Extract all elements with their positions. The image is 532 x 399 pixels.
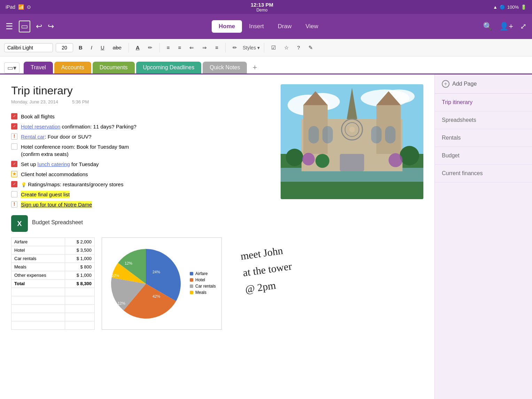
- ink-button[interactable]: ✏: [230, 43, 240, 52]
- tab-home[interactable]: Home: [212, 20, 242, 33]
- page-item-spreadsheets[interactable]: Spreadsheets: [435, 111, 532, 129]
- empty-cell: [65, 313, 94, 321]
- strikethrough-button[interactable]: abe: [110, 43, 124, 52]
- table-row: [11, 313, 95, 321]
- tab-add-notebook[interactable]: +: [248, 62, 261, 73]
- checkbox-2[interactable]: ✓: [11, 123, 17, 130]
- font-color-button[interactable]: A: [133, 43, 142, 52]
- indent-increase-button[interactable]: ⇒: [200, 43, 210, 52]
- numbered-list-button[interactable]: ≡: [175, 43, 184, 52]
- legend-item-meals: Meals: [190, 290, 216, 295]
- bluetooth-icon: 🔵: [500, 5, 505, 10]
- empty-cell: [11, 305, 65, 313]
- hotel-reservation-link[interactable]: Hotel reservation: [21, 124, 60, 130]
- legend-color-hotel: [190, 278, 193, 282]
- expand-icon[interactable]: ⤢: [520, 22, 526, 31]
- empty-cell: [11, 288, 65, 296]
- legend-color-car: [190, 284, 193, 288]
- tab-insert[interactable]: Insert: [242, 20, 271, 33]
- checkbox-6[interactable]: ★: [11, 171, 17, 177]
- budget-chart-area: 24% 42% 12% 10% 12% Airfare Hotel: [102, 237, 222, 330]
- tab-draw[interactable]: Draw: [271, 20, 299, 33]
- redo-button[interactable]: ↪: [48, 22, 54, 31]
- svg-rect-20: [340, 154, 364, 171]
- page-item-current-finances[interactable]: Current finances: [435, 165, 532, 182]
- sidebar-toggle-button[interactable]: ▭▾: [4, 62, 19, 73]
- table-row: Other expenses $ 1,000: [11, 271, 95, 280]
- empty-cell: [65, 321, 94, 330]
- legend-label: Meals: [195, 290, 206, 295]
- notebook-tabs: ▭▾ Travel Accounts Documents Upcoming De…: [0, 56, 532, 75]
- category-cell: Meals: [11, 263, 65, 271]
- chart-legend: Airfare Hotel Car rentals Meals: [190, 271, 216, 296]
- indent-decrease-button[interactable]: ⇐: [187, 43, 197, 52]
- styles-dropdown[interactable]: Styles ▾: [243, 45, 260, 50]
- empty-cell: [65, 288, 94, 296]
- excel-icon: X: [11, 215, 28, 232]
- svg-point-22: [400, 146, 419, 165]
- italic-button[interactable]: I: [88, 43, 95, 52]
- checklist-text: Hotel conference room: Book for Tuesday …: [21, 143, 129, 158]
- lunch-catering-link[interactable]: lunch catering: [38, 161, 70, 167]
- star-button[interactable]: ☆: [281, 43, 291, 52]
- checkbox-9[interactable]: !: [11, 201, 17, 208]
- checkbox-5[interactable]: ✓: [11, 161, 17, 167]
- wifi-icon: 📶: [18, 4, 24, 10]
- checkbox-7[interactable]: ✓: [11, 181, 17, 187]
- notebook-icon[interactable]: ▭: [19, 21, 30, 32]
- font-name-input[interactable]: [4, 43, 53, 52]
- legend-color-meals: [190, 291, 193, 294]
- highlight-button[interactable]: ✏: [145, 43, 155, 52]
- legend-label: Hotel: [195, 277, 205, 282]
- legend-item-airfare: Airfare: [190, 271, 216, 276]
- font-size-input[interactable]: [56, 43, 73, 52]
- rental-car-link[interactable]: Rental car: [21, 134, 45, 140]
- add-page-button[interactable]: + Add Page: [435, 75, 532, 94]
- tab-quick-notes[interactable]: Quick Notes: [203, 62, 247, 73]
- svg-rect-19: [385, 126, 396, 143]
- tab-upcoming-deadlines[interactable]: Upcoming Deadlines: [136, 62, 202, 73]
- handwriting-area: meet John at the tower @ 2pm: [236, 237, 333, 321]
- page-item-budget[interactable]: Budget: [435, 147, 532, 165]
- page-date: Monday, June 23, 2014: [11, 99, 58, 104]
- legend-label: Airfare: [195, 271, 208, 276]
- checkbox-1[interactable]: ✓: [11, 113, 17, 119]
- checkbox-button[interactable]: ☑: [268, 43, 279, 52]
- undo-button[interactable]: ↩: [36, 22, 42, 31]
- person-add-icon[interactable]: 👤+: [499, 22, 513, 31]
- underline-button[interactable]: U: [98, 43, 107, 52]
- menu-icon[interactable]: ☰: [6, 22, 13, 31]
- page-item-label: Budget: [442, 152, 460, 158]
- table-row: [11, 321, 95, 330]
- budget-section: Airfare $ 2,000 Hotel $ 3,500 Car rental…: [11, 237, 423, 330]
- status-left: iPad 📶 ⊙: [6, 4, 31, 10]
- page-item-trip-itinerary[interactable]: Trip itinerary: [435, 94, 532, 111]
- status-center: 12:13 PM Demo: [31, 2, 493, 13]
- bold-button[interactable]: B: [76, 43, 85, 52]
- empty-cell: [65, 305, 94, 313]
- align-button[interactable]: ≡: [212, 43, 221, 52]
- spreadsheet-section: X Budget Spreadsheet: [11, 215, 423, 232]
- chart-label-hotel: 42%: [152, 294, 160, 298]
- draw-ink-button[interactable]: ✎: [306, 43, 316, 52]
- tab-view[interactable]: View: [299, 20, 326, 33]
- checkbox-3[interactable]: !: [11, 133, 17, 140]
- divider-4: [264, 43, 264, 53]
- legend-label: Car rentals: [195, 284, 216, 289]
- help-button[interactable]: ?: [294, 43, 303, 52]
- page-item-rentals[interactable]: Rentals: [435, 129, 532, 147]
- tab-documents[interactable]: Documents: [93, 62, 135, 73]
- exclaim-icon: !: [14, 133, 15, 140]
- checklist-text: Book all flights: [21, 113, 55, 120]
- svg-point-23: [315, 154, 329, 168]
- table-row: [11, 305, 95, 313]
- checkbox-4[interactable]: [11, 143, 17, 150]
- page-item-label: Spreadsheets: [442, 117, 476, 123]
- bullet-list-button[interactable]: ≡: [164, 43, 173, 52]
- pages-sidebar: + Add Page Trip itinerary Spreadsheets R…: [435, 75, 532, 399]
- chart-label-car: 12%: [118, 301, 125, 305]
- tab-travel[interactable]: Travel: [24, 62, 53, 73]
- tab-accounts[interactable]: Accounts: [54, 62, 91, 73]
- search-icon[interactable]: 🔍: [483, 22, 492, 31]
- checkbox-8[interactable]: [11, 191, 17, 197]
